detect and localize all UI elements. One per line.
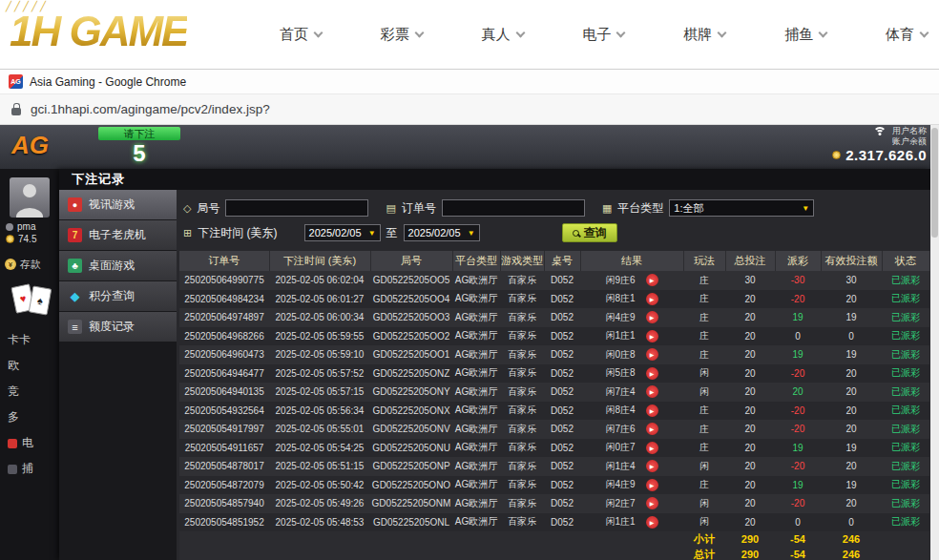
- play-button[interactable]: ▶: [646, 348, 658, 361]
- play-button[interactable]: ▶: [646, 293, 658, 305]
- cell-valid: 20: [821, 494, 882, 513]
- play-button[interactable]: ▶: [646, 330, 658, 342]
- lobby-menu-item[interactable]: 竞: [0, 379, 59, 404]
- scrollbar-thumb[interactable]: [931, 128, 938, 238]
- column-header: 下注时间 (美东): [269, 251, 370, 271]
- table-row: 2502050649682662025-02-05 05:59:55GD0522…: [179, 327, 929, 346]
- result-text: 闲0庄8: [605, 348, 635, 362]
- nav-item-slots[interactable]: 电子: [574, 26, 632, 44]
- menu-item-quota-records[interactable]: ≡ 额度记录: [59, 312, 177, 342]
- column-header: 平台类型: [452, 251, 500, 271]
- avatar[interactable]: [10, 177, 50, 218]
- menu-item-video-games[interactable]: ● 视讯游戏: [59, 190, 177, 219]
- sum-cell: 总计: [683, 547, 725, 560]
- table-row: 2502050649464772025-02-05 05:57:52GD0522…: [179, 364, 929, 384]
- column-header: 玩法: [683, 251, 725, 271]
- cell-time: 2025-02-05 05:55:01: [269, 420, 370, 439]
- date-to-picker[interactable]: 2025/02/05 ▼: [404, 224, 480, 241]
- menu-label: 桌面游戏: [89, 258, 135, 274]
- modal-content: ◇ 局号 ▤ 订单号 ▦ 平台类型 1:全部 ▼ ⊞ 下注时间 (美东): [177, 190, 930, 560]
- cell-result: 闲4庄9▶: [580, 476, 683, 495]
- balance-label: 账户余额: [892, 136, 927, 147]
- play-button[interactable]: ▶: [646, 385, 658, 398]
- lobby-menu-item[interactable]: 卡卡: [0, 327, 59, 353]
- cell-result: 闲8庄1▶: [580, 290, 683, 309]
- table-header-row: 订单号下注时间 (美东)局号平台类型游戏类型桌号结果玩法总投注派彩有效投注额状态: [179, 251, 929, 271]
- nav-item-home[interactable]: 首页: [272, 26, 329, 44]
- lobby-menu-label: 捕: [22, 461, 33, 477]
- list-icon: ≡: [68, 320, 82, 334]
- cell-time: 2025-02-05 05:51:15: [269, 457, 370, 476]
- ag-logo: AG: [11, 131, 49, 160]
- round-label: 局号: [197, 200, 219, 217]
- play-button[interactable]: ▶: [646, 367, 658, 380]
- cell-table: D052: [544, 402, 580, 421]
- play-button[interactable]: ▶: [646, 497, 658, 509]
- bet-time-label: 下注时间 (美东): [198, 225, 277, 241]
- round-number-icon: ◇: [183, 202, 191, 215]
- platform-select[interactable]: 1:全部 ▼: [669, 199, 814, 217]
- play-button[interactable]: ▶: [646, 274, 658, 286]
- subtotal-row: 小计290-54246: [179, 531, 929, 547]
- bet-records-table: 订单号下注时间 (美东)局号平台类型游戏类型桌号结果玩法总投注派彩有效投注额状态…: [179, 251, 930, 560]
- nav-item-cards[interactable]: 棋牌: [676, 26, 733, 44]
- lobby-menu-label: 电: [22, 435, 33, 451]
- platform-type-icon: ▦: [602, 202, 612, 215]
- cell-round: GD05225205ONP: [370, 457, 452, 476]
- lobby-menu-item[interactable]: 捕: [0, 456, 59, 482]
- result-text: 闲9庄6: [605, 274, 635, 287]
- result-text: 闲8庄1: [605, 292, 635, 305]
- play-button[interactable]: ▶: [646, 442, 658, 454]
- scrollbar[interactable]: [930, 125, 939, 560]
- platform-value: 1:全部: [674, 201, 703, 216]
- cell-bet: 20: [725, 420, 775, 439]
- cell-valid: 20: [821, 364, 882, 384]
- sum-cell: 246: [821, 531, 882, 547]
- play-button[interactable]: ▶: [646, 404, 658, 417]
- menu-item-points-query[interactable]: ◆ 积分查询: [59, 281, 177, 311]
- page-viewport: AG 请下注 5 用户名称 账户余额 2.317.626.0 pma 74.5 …: [0, 125, 939, 560]
- cell-status: 已派彩: [882, 476, 929, 495]
- slots-icon: [8, 439, 17, 448]
- play-button[interactable]: ▶: [646, 311, 658, 323]
- play-button[interactable]: ▶: [646, 423, 658, 435]
- nav-item-lottery[interactable]: 彩票: [373, 26, 430, 44]
- sum-cell: [882, 531, 929, 547]
- cell-platform: AG欧洲厅: [452, 308, 500, 327]
- caret-down-icon: ▼: [802, 204, 809, 213]
- deposit-button[interactable]: ¥ 存款: [0, 257, 59, 272]
- menu-item-table-games[interactable]: ♣ 桌面游戏: [59, 251, 177, 280]
- platform-label: 平台类型: [617, 200, 663, 217]
- table-row: 2502050649604732025-02-05 05:59:10GD0522…: [179, 345, 929, 364]
- nav-item-sports[interactable]: 体育: [878, 26, 935, 44]
- cell-bet: 20: [725, 327, 775, 346]
- cell-result: 闲7庄4▶: [580, 383, 683, 402]
- site-header: ╱╱╱╱╱ 1H GAME 首页 彩票 真人 电子 棋牌 捕鱼 体育: [0, 0, 939, 69]
- result-text: 闲1庄1: [605, 329, 635, 342]
- result-text: 闲4庄9: [605, 478, 635, 491]
- query-button[interactable]: 查询: [562, 223, 617, 242]
- result-text: 闲0庄7: [605, 441, 635, 454]
- cell-status: 已派彩: [882, 457, 929, 476]
- nav-item-live[interactable]: 真人: [474, 26, 532, 44]
- video-game-icon: ●: [68, 197, 82, 212]
- play-button[interactable]: ▶: [646, 479, 658, 491]
- round-input[interactable]: [225, 199, 368, 217]
- cell-round: GD05225205ONL: [370, 513, 452, 532]
- play-button[interactable]: ▶: [646, 516, 658, 529]
- lobby-menu-item[interactable]: 多: [0, 404, 59, 430]
- result-text: 闲1庄4: [605, 460, 635, 473]
- cell-platform: AG欧洲厅: [452, 271, 500, 290]
- sum-cell: 小计: [683, 531, 725, 547]
- cell-time: 2025-02-05 05:57:15: [269, 383, 370, 402]
- table-row: 2502050649401352025-02-05 05:57:15GD0522…: [179, 383, 929, 402]
- order-input[interactable]: [442, 199, 585, 217]
- menu-item-slot-machines[interactable]: 7 电子老虎机: [59, 220, 177, 250]
- nav-item-fishing[interactable]: 捕鱼: [777, 26, 834, 44]
- cell-status: 已派彩: [882, 383, 929, 402]
- browser-urlbar[interactable]: gci.1hhapi.com/agingame/pcv2/index.jsp?: [0, 94, 939, 125]
- lobby-menu-item[interactable]: 电: [0, 430, 59, 456]
- date-from-picker[interactable]: 2025/02/05 ▼: [304, 224, 381, 241]
- lobby-menu-item[interactable]: 欧: [0, 353, 59, 379]
- play-button[interactable]: ▶: [646, 460, 658, 472]
